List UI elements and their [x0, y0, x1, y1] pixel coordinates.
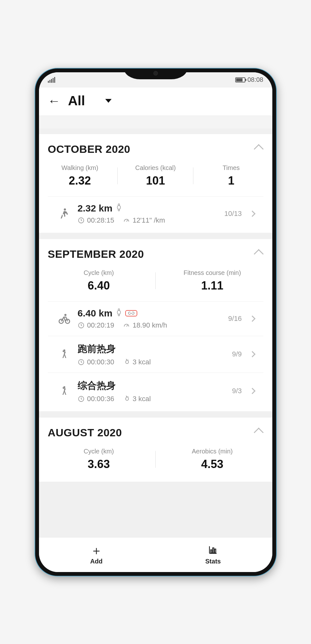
watch-icon: [116, 308, 122, 319]
activity-main: 综合热身 00:00:36 3 kcal: [78, 379, 226, 403]
walk-icon: [57, 206, 72, 221]
chart-icon: [208, 544, 218, 556]
summary-value: 101: [118, 174, 193, 187]
chevron-up-icon: [254, 144, 263, 154]
summary-cell: Fitness course (min) 1.11: [156, 269, 269, 292]
month-header[interactable]: SEPTEMBER 2020: [39, 239, 272, 263]
signal-icon: [48, 77, 55, 83]
metric: 18.90 km/h: [123, 321, 167, 329]
chevron-right-icon: [249, 388, 256, 394]
nav-stats-label: Stats: [205, 558, 221, 565]
chevron-right-icon: [249, 351, 256, 357]
summary-cell: Cycle (km) 6.40: [42, 269, 156, 292]
duration: 00:20:19: [78, 321, 114, 329]
activity-date: 10/13: [224, 210, 242, 218]
summary-label: Walking (km): [42, 164, 118, 172]
svg-rect-16: [213, 548, 214, 553]
nav-stats[interactable]: Stats: [205, 544, 221, 565]
summary-label: Times: [193, 164, 269, 172]
summary-cell: Times 1: [193, 164, 269, 187]
month-section: SEPTEMBER 2020 Cycle (km) 6.40Fitness co…: [39, 239, 272, 411]
previous-partial-row: [39, 116, 272, 128]
summary-value: 6.40: [42, 279, 156, 292]
link-badge-icon: [125, 310, 137, 316]
activity-row[interactable]: 综合热身 00:00:36 3 kcal 9/3: [48, 373, 263, 409]
battery-icon: [235, 77, 245, 82]
svg-rect-17: [215, 549, 216, 553]
month-summary: Walking (km) 2.32Calories (kcal) 101Time…: [39, 159, 272, 196]
bottom-nav: ＋ Add Stats: [39, 537, 272, 572]
duration: 00:00:36: [78, 395, 114, 403]
month-summary: Cycle (km) 6.40Fitness course (min) 1.11: [39, 263, 272, 301]
watch-icon: [116, 203, 122, 214]
page-title: All: [68, 93, 85, 108]
plus-icon: ＋: [90, 544, 102, 556]
metric: 3 kcal: [123, 358, 151, 366]
activity-title: 2.32 km: [78, 203, 113, 214]
cycle-icon: [57, 311, 72, 326]
activity-main: 2.32 km 00:28:15 12'11" /km: [78, 203, 219, 224]
phone-screen: 08:08 ← All OCTOBER 2020 Walking (km) 2.…: [39, 72, 272, 572]
summary-value: 1.11: [156, 279, 269, 292]
chevron-right-icon: [249, 315, 256, 322]
back-button[interactable]: ←: [48, 94, 61, 107]
summary-label: Aerobics (min): [156, 448, 269, 455]
summary-label: Cycle (km): [42, 448, 156, 455]
summary-value: 4.53: [156, 458, 269, 471]
chevron-right-icon: [249, 211, 256, 217]
filter-dropdown[interactable]: [105, 99, 112, 103]
activity-title: 综合热身: [78, 379, 116, 392]
svg-rect-1: [117, 205, 120, 209]
nav-add-label: Add: [90, 558, 103, 565]
stretch-icon: [57, 383, 72, 399]
summary-value: 1: [193, 174, 269, 187]
activity-date: 9/9: [232, 350, 242, 358]
summary-cell: Walking (km) 2.32: [42, 164, 118, 187]
duration: 00:28:15: [78, 216, 114, 224]
summary-value: 2.32: [42, 174, 118, 187]
activity-title: 6.40 km: [78, 308, 113, 319]
phone-frame: 08:08 ← All OCTOBER 2020 Walking (km) 2.…: [35, 68, 276, 576]
summary-label: Cycle (km): [42, 269, 156, 276]
month-header[interactable]: OCTOBER 2020: [39, 134, 272, 159]
duration: 00:00:30: [78, 358, 114, 366]
svg-rect-6: [117, 310, 120, 314]
activity-main: 跑前热身 00:00:30 3 kcal: [78, 342, 226, 366]
svg-rect-15: [211, 550, 212, 553]
activity-main: 6.40 km 00:20:19 18.90 km/h: [78, 308, 223, 329]
month-title: OCTOBER 2020: [48, 143, 130, 155]
chevron-up-icon: [254, 427, 263, 437]
app-header: ← All: [39, 88, 272, 116]
activity-title: 跑前热身: [78, 342, 116, 355]
metric: 12'11" /km: [123, 216, 165, 224]
content-scroll[interactable]: OCTOBER 2020 Walking (km) 2.32Calories (…: [39, 116, 272, 537]
chevron-up-icon: [254, 249, 263, 259]
summary-cell: Cycle (km) 3.63: [42, 448, 156, 471]
svg-point-4: [65, 319, 69, 323]
month-section: OCTOBER 2020 Walking (km) 2.32Calories (…: [39, 134, 272, 233]
summary-cell: Calories (kcal) 101: [118, 164, 193, 187]
activity-date: 9/3: [232, 387, 242, 395]
activity-date: 9/16: [228, 315, 242, 323]
status-time: 08:08: [247, 76, 263, 83]
month-title: AUGUST 2020: [48, 426, 122, 439]
month-header[interactable]: AUGUST 2020: [39, 418, 272, 442]
phone-notch: [124, 68, 187, 79]
nav-add[interactable]: ＋ Add: [90, 544, 103, 565]
summary-value: 3.63: [42, 458, 156, 471]
activity-row[interactable]: 2.32 km 00:28:15 12'11" /km 10/13: [48, 196, 263, 231]
activity-row[interactable]: 6.40 km 00:20:19 18.90 km/h 9/16: [48, 301, 263, 336]
month-summary: Cycle (km) 3.63Aerobics (min) 4.53: [39, 442, 272, 480]
summary-label: Calories (kcal): [118, 164, 193, 172]
activity-row[interactable]: 跑前热身 00:00:30 3 kcal 9/9: [48, 336, 263, 373]
summary-cell: Aerobics (min) 4.53: [156, 448, 269, 471]
summary-label: Fitness course (min): [156, 269, 269, 276]
month-title: SEPTEMBER 2020: [48, 248, 144, 260]
month-section: AUGUST 2020 Cycle (km) 3.63Aerobics (min…: [39, 418, 272, 482]
svg-point-5: [64, 314, 67, 316]
stretch-icon: [57, 347, 72, 362]
svg-point-0: [64, 208, 66, 211]
metric: 3 kcal: [123, 395, 151, 403]
